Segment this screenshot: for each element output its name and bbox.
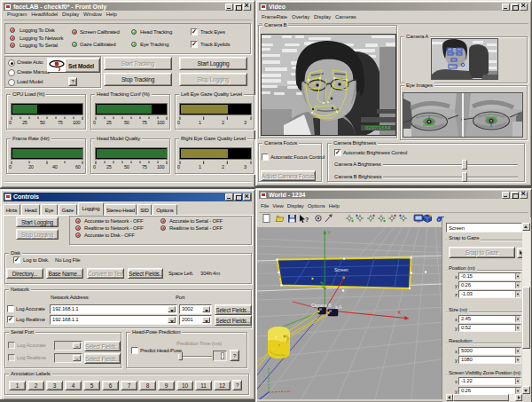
svg-text:0207/1664: 0207/1664 — [365, 125, 391, 130]
svg-text:a A: a A — [335, 304, 342, 310]
svg-text:Screen: Screen — [334, 267, 348, 272]
svg-text:Set Model: Set Model — [68, 63, 94, 69]
svg-text:Camera B: Camera B — [311, 303, 332, 308]
svg-text:?: ? — [305, 217, 309, 223]
svg-text:X: X — [397, 310, 401, 315]
svg-text:Y: Y — [327, 230, 331, 235]
